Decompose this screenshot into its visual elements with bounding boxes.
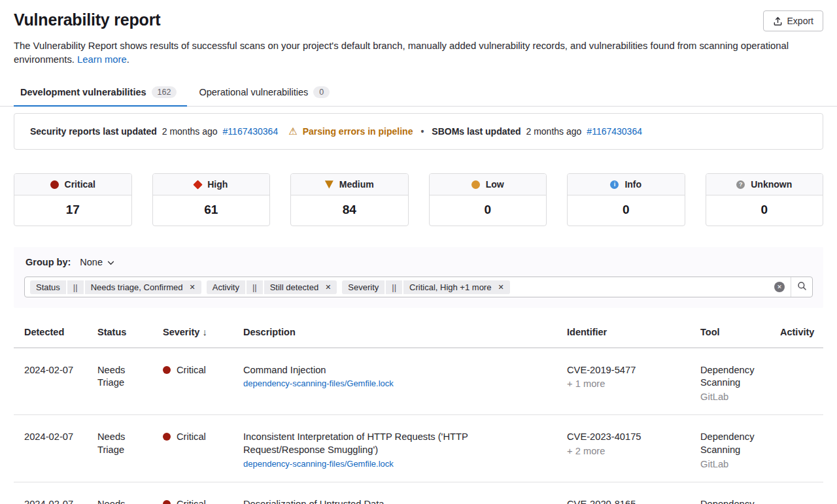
severity-cell: Critical (152, 348, 233, 415)
critical-severity-icon (163, 433, 171, 441)
severity-card-count: 61 (153, 195, 270, 226)
page-header: Vulnerability report Export (14, 0, 823, 31)
search-button[interactable] (791, 277, 812, 297)
tool-cell: Dependency Scanning GitLab (690, 482, 770, 504)
column-header-activity[interactable]: Activity (770, 318, 823, 347)
token-name[interactable]: Status (30, 280, 66, 294)
severity-card-count: 0 (706, 195, 823, 226)
info-severity-icon (610, 180, 619, 189)
column-header-identifier[interactable]: Identifier (556, 318, 690, 347)
severity-card-unknown: Unknown 0 (706, 173, 824, 226)
tab-development-vulnerabilities[interactable]: Development vulnerabilities 162 (14, 80, 187, 106)
group-by-label: Group by: (26, 257, 71, 267)
warning-triangle-icon: ⚠ (288, 126, 297, 137)
severity-card-label: Medium (339, 179, 374, 190)
file-path-link[interactable]: dependency-scanning-files/Gemfile.lock (243, 458, 549, 470)
activity-cell (770, 415, 823, 482)
detected-cell: 2024-02-07 (14, 348, 87, 415)
severity-card-label: Low (486, 179, 504, 190)
table-header-row: Detected Status Severity↓ Description Id… (14, 318, 823, 348)
status-cell: Needs Triage (87, 482, 152, 504)
learn-more-link[interactable]: Learn more (77, 54, 127, 65)
sort-descending-icon: ↓ (202, 327, 207, 337)
severity-card-count: 17 (14, 195, 131, 226)
severity-card-info: Info 0 (567, 173, 685, 226)
remove-token-icon[interactable]: ✕ (190, 284, 196, 291)
group-by-dropdown[interactable]: None (80, 257, 114, 267)
group-by-value: None (80, 257, 103, 267)
identifier-more: + 1 more (567, 378, 682, 391)
status-cell: Needs Triage (87, 348, 152, 415)
clear-icon: ✕ (777, 284, 782, 290)
tool-vendor: GitLab (700, 391, 762, 404)
scan-status-bar: Security reports last updated 2 months a… (14, 113, 823, 150)
filter-token-activity: Activity || Still detected ✕ (207, 280, 337, 294)
dot-separator: • (420, 126, 424, 137)
activity-cell (770, 348, 823, 415)
remove-token-icon[interactable]: ✕ (498, 284, 504, 291)
export-button[interactable]: Export (763, 10, 823, 31)
description-period: . (127, 54, 129, 65)
security-reports-time: 2 months ago (162, 126, 218, 137)
severity-card-critical: Critical 17 (14, 173, 132, 226)
token-operator[interactable]: || (386, 280, 402, 294)
unknown-severity-icon (736, 180, 745, 189)
severity-card-label: Critical (65, 179, 95, 190)
medium-severity-icon (325, 180, 333, 189)
token-name[interactable]: Severity (342, 280, 384, 294)
chevron-down-icon (107, 257, 114, 267)
critical-severity-icon (163, 366, 171, 374)
column-header-description[interactable]: Description (233, 318, 556, 347)
token-operator[interactable]: || (247, 280, 263, 294)
severity-card-medium: Medium 84 (290, 173, 409, 226)
file-path-link[interactable]: dependency-scanning-files/Gemfile.lock (243, 378, 549, 390)
tab-count-badge: 162 (152, 86, 177, 98)
high-severity-icon (194, 180, 203, 189)
vulnerability-title-link[interactable]: Inconsistent Interpretation of HTTP Requ… (243, 431, 468, 455)
tool-cell: Dependency Scanning GitLab (690, 348, 770, 415)
tab-count-badge: 0 (313, 86, 330, 98)
severity-card-low: Low 0 (429, 173, 547, 226)
detected-cell: 2024-02-07 (14, 482, 87, 504)
vulnerability-table: Detected Status Severity↓ Description Id… (14, 318, 823, 504)
token-value[interactable]: Needs triage, Confirmed ✕ (85, 280, 201, 294)
sbom-pipeline-link[interactable]: #1167430364 (587, 126, 642, 137)
page-title: Vulnerability report (14, 10, 160, 29)
vulnerability-title-link[interactable]: Deserialization of Untrusted Data (243, 499, 384, 504)
security-pipeline-link[interactable]: #1167430364 (223, 126, 279, 137)
table-row[interactable]: 2024-02-07 Needs Triage Critical Inconsi… (14, 415, 823, 482)
parsing-errors-link[interactable]: Parsing errors in pipeline (303, 126, 413, 137)
severity-summary: Critical 17 High 61 Medium 84 Low 0 (14, 173, 823, 226)
column-header-status[interactable]: Status (87, 318, 152, 347)
critical-severity-icon (163, 500, 171, 504)
sbom-time: 2 months ago (526, 126, 582, 137)
remove-token-icon[interactable]: ✕ (325, 284, 331, 291)
export-label: Export (787, 16, 813, 26)
tab-label: Development vulnerabilities (20, 87, 146, 97)
status-cell: Needs Triage (87, 415, 152, 482)
severity-card-high: High 61 (152, 173, 271, 226)
export-icon (773, 16, 783, 26)
tab-label: Operational vulnerabilities (199, 87, 308, 97)
filter-token-severity: Severity || Critical, High +1 more ✕ (342, 280, 509, 294)
clear-filters-button[interactable]: ✕ (774, 282, 785, 292)
severity-card-label: High (207, 179, 228, 190)
column-header-severity[interactable]: Severity↓ (152, 318, 233, 347)
tab-operational-vulnerabilities[interactable]: Operational vulnerabilities 0 (192, 80, 340, 106)
severity-cell: Critical (152, 415, 233, 482)
table-row[interactable]: 2024-02-07 Needs Triage Critical Deseria… (14, 482, 823, 504)
token-value[interactable]: Critical, High +1 more ✕ (403, 280, 510, 294)
column-header-detected[interactable]: Detected (14, 318, 87, 347)
sbom-label: SBOMs last updated (432, 126, 521, 137)
token-operator[interactable]: || (67, 280, 84, 294)
tool-cell: Dependency Scanning GitLab (690, 415, 770, 482)
critical-severity-icon (50, 180, 59, 189)
token-value[interactable]: Still detected ✕ (264, 280, 337, 294)
table-row[interactable]: 2024-02-07 Needs Triage Critical Command… (14, 348, 823, 416)
low-severity-icon (471, 180, 480, 189)
filter-search-bar[interactable]: Status || Needs triage, Confirmed ✕ Acti… (24, 277, 813, 297)
vulnerability-title-link[interactable]: Command Injection (243, 365, 326, 375)
token-name[interactable]: Activity (207, 280, 245, 294)
column-header-tool[interactable]: Tool (690, 318, 770, 347)
search-icon (797, 281, 807, 293)
